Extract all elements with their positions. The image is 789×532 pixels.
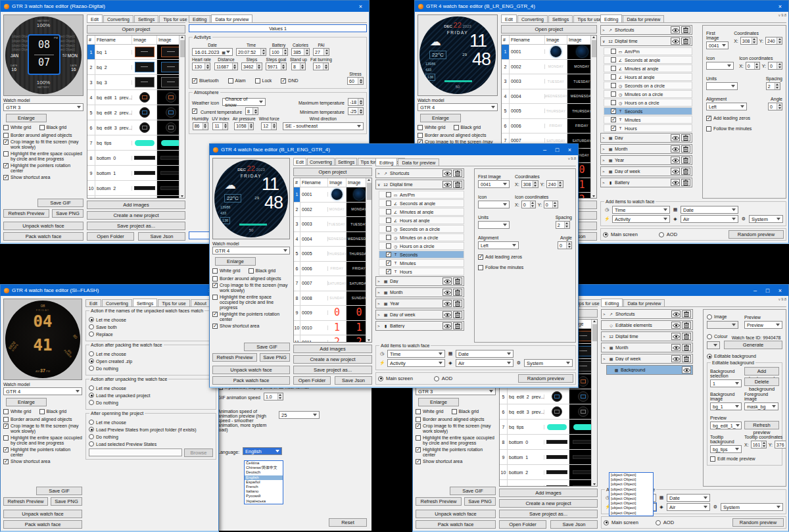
tree-item[interactable]: > ▦ Year — [600, 155, 692, 165]
reset-button[interactable]: Reset — [329, 518, 367, 527]
unpack-watch-face-button[interactable]: Unpack watch face — [3, 222, 84, 230]
item-checkbox[interactable] — [386, 201, 391, 206]
save-gif-button[interactable]: Save GIF — [36, 487, 82, 495]
language-option[interactable]: Italiano — [245, 489, 283, 494]
checkbox-row[interactable]: Highlight the entire space occupied by c… — [416, 435, 496, 446]
follow-minutes-row[interactable]: Follow the minutes — [706, 126, 782, 132]
add-air-select[interactable]: Air — [667, 503, 710, 511]
tree-item[interactable]: ▭ Am/Pm — [379, 191, 464, 199]
checkbox[interactable] — [212, 324, 218, 329]
delete-trash-icon[interactable] — [682, 344, 691, 351]
table-scrollbar[interactable] — [591, 320, 597, 486]
anim-speed-select[interactable]: 25 — [279, 411, 320, 419]
background-image-select[interactable]: bg_1 — [710, 402, 742, 410]
pack-watch-face-button[interactable]: Pack watch face — [3, 520, 82, 529]
pack-watch-face-button[interactable]: Pack watch face — [3, 232, 84, 241]
watch-model-select[interactable]: GTR 3 — [416, 387, 496, 395]
item-checkbox[interactable] — [386, 226, 391, 231]
minimize-button[interactable]: – — [540, 147, 550, 153]
radio[interactable] — [89, 441, 94, 447]
visibility-eye-icon[interactable] — [442, 289, 452, 296]
watch-model-select[interactable]: GTR 4 — [418, 103, 498, 111]
table-row[interactable]: 3 bg_3 — [87, 75, 185, 90]
gif-speed-stepper[interactable]: 1.0 — [264, 393, 283, 400]
checkbox-row[interactable]: Black grid — [454, 125, 481, 130]
checkbox-row[interactable]: Border around aligned objects — [3, 417, 82, 422]
expand-arrow-icon[interactable]: > — [603, 312, 607, 316]
table-row[interactable]: 6 bg_edit_3_prev... — [500, 404, 597, 420]
add-date-select[interactable]: Date — [667, 494, 710, 502]
colour-select[interactable] — [707, 341, 720, 349]
image-select[interactable] — [707, 321, 738, 329]
table-row[interactable]: 4 0004 WEDNESDAY WEDNESDAY — [294, 232, 371, 247]
date-input[interactable]: 16.01.2023▦ — [192, 48, 233, 56]
tree-item[interactable]: > ▦ Month — [375, 287, 464, 297]
checkbox-row[interactable]: Highlight the entire space occupied by c… — [212, 295, 290, 310]
radio-option[interactable]: Load Preview States from project folder … — [89, 427, 213, 432]
table-row[interactable]: 9 bottom_1 — [87, 166, 185, 181]
item-checkbox[interactable] — [386, 235, 391, 240]
item-checkbox[interactable] — [611, 91, 616, 97]
tree-item[interactable]: ◷ Seconds on a circle — [379, 225, 464, 233]
tree-item[interactable]: > ↗ Shortcuts — [601, 309, 693, 319]
table-row[interactable]: 3 0003 TUESDAY TUESDAY — [502, 74, 596, 89]
visibility-eye-icon[interactable] — [671, 344, 681, 351]
icon-select[interactable] — [478, 201, 510, 208]
title-bar[interactable]: GTR 4 watch face editor (B_LR_ENG_GTR_4)… — [415, 1, 788, 12]
table-row[interactable]: 9 bottom_1 — [500, 450, 597, 465]
tree-item[interactable]: ◷ Seconds on a circle — [604, 82, 692, 89]
save-json-button[interactable]: Save Json — [138, 232, 185, 241]
steps-goal-stepper[interactable]: 5971 — [266, 62, 287, 70]
table-row[interactable]: 6 0006 FRIDAY FRIDAY — [502, 119, 596, 134]
unpack-watch-face-button[interactable]: Unpack watch face — [416, 510, 496, 518]
min-temperature-stepper[interactable]: -25 — [348, 107, 364, 115]
item-checkbox[interactable] — [386, 218, 391, 223]
expand-arrow-icon[interactable]: > — [603, 335, 607, 339]
spacing-stepper[interactable]: 2 — [766, 82, 780, 90]
create-project-button[interactable]: Create a new project — [87, 211, 185, 220]
checkbox-row[interactable]: Crop image to fit the screen (may work s… — [3, 139, 84, 150]
delete-trash-icon[interactable] — [453, 278, 462, 285]
tree-item[interactable]: > ▦ Day of week — [601, 354, 693, 364]
radio-option[interactable]: Do nothing — [89, 434, 213, 439]
visibility-eye-icon[interactable] — [442, 170, 452, 177]
checkbox[interactable] — [452, 409, 457, 414]
tree-item[interactable]: T Hours — [379, 268, 464, 276]
close-button[interactable]: × — [356, 3, 366, 10]
preview-states-path-input[interactable] — [89, 448, 182, 456]
open-folder-button[interactable]: Open Folder — [87, 232, 134, 241]
item-checkbox[interactable] — [386, 260, 391, 266]
humidity-stepper[interactable]: 86 — [193, 122, 208, 130]
radio-option[interactable]: Let me choose — [89, 385, 213, 391]
checkbox-row[interactable]: Alam — [228, 78, 246, 84]
delete-trash-icon[interactable] — [681, 157, 690, 164]
delete-trash-icon[interactable] — [681, 26, 690, 34]
save-png-button[interactable]: Save PNG — [51, 497, 82, 506]
time-stepper[interactable]: 20:07:52 — [236, 48, 266, 56]
open-folder-button[interactable]: Open Folder — [293, 376, 331, 385]
icon-select[interactable] — [706, 62, 734, 70]
open-project-button[interactable]: Open project — [293, 168, 372, 176]
table-row[interactable]: 6 0006 FRIDAY FRIDAY — [294, 262, 371, 277]
activity-option[interactable]: [object Object] — [610, 482, 653, 487]
watch-model-select[interactable]: GTR 4 — [3, 387, 82, 395]
checkbox-row[interactable]: Show shortcut area — [212, 324, 290, 329]
tree-item[interactable]: T Seconds — [379, 251, 464, 258]
visibility-eye-icon[interactable] — [442, 311, 452, 318]
checkbox[interactable] — [416, 435, 421, 441]
item-checkbox[interactable] — [386, 252, 391, 257]
radio-option[interactable]: Load the unpacked project — [89, 393, 213, 398]
table-row[interactable]: 6 bg_edit_3_prev... — [87, 120, 185, 135]
create-project-button[interactable]: Create a new project — [293, 355, 372, 364]
checkbox-row[interactable]: Show shortcut area — [3, 459, 82, 464]
save-project-as-button[interactable]: Save project as... — [293, 366, 372, 374]
stress-stepper[interactable]: 60 — [347, 77, 364, 85]
tree-item[interactable]: ∨ 12 Digital time — [600, 36, 692, 46]
language-option[interactable]: Español — [245, 480, 283, 485]
checkbox-row[interactable]: Border around aligned objects — [3, 133, 84, 138]
random-preview-button[interactable]: Random preview — [518, 374, 573, 383]
activity-option[interactable]: [object Object] — [610, 506, 653, 510]
language-select[interactable]: English — [243, 447, 282, 455]
table-row[interactable]: 10 bottom_2 — [87, 181, 185, 196]
edit-mode-preview-row[interactable]: Edit mode preview — [710, 456, 779, 462]
